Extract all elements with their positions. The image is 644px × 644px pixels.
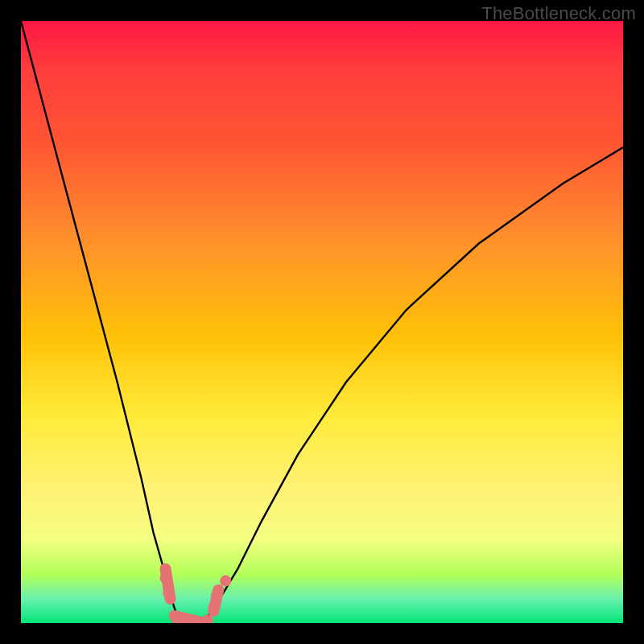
marker-dot (193, 617, 204, 623)
plot-area (21, 21, 623, 623)
marker-pill (175, 616, 204, 623)
curve-svg (21, 21, 623, 623)
marker-dot (202, 614, 213, 623)
marker-dot (211, 590, 222, 601)
marker-pill (166, 569, 171, 599)
marker-dot (172, 614, 184, 623)
marker-dot (178, 617, 189, 623)
bottleneck-curve-path (21, 21, 623, 623)
marker-dot (160, 572, 171, 584)
marker-dot (208, 602, 219, 613)
marker-dot (163, 588, 174, 599)
curve-markers (160, 569, 232, 623)
marker-pill (213, 590, 218, 611)
chart-frame: TheBottleneck.com (0, 0, 644, 644)
marker-dot (220, 576, 231, 587)
